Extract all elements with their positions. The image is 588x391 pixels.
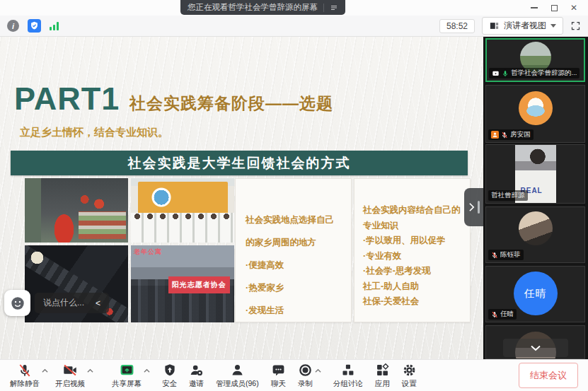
collapse-left-icon[interactable]: < [96, 298, 100, 308]
card-heading: 社会实践内容结合自己的专业知识 [363, 203, 463, 233]
settings-button[interactable]: 设置 [402, 363, 417, 389]
view-mode-button[interactable]: 演讲者视图 [482, 17, 563, 35]
list-icon[interactable] [330, 4, 338, 12]
gear-icon [402, 363, 417, 378]
maximize-button[interactable] [544, 0, 564, 16]
photo-medical-oath [131, 178, 234, 243]
participant-name: 哲学社会学曾辞源的... [511, 69, 577, 78]
share-options-chevron[interactable] [144, 368, 150, 383]
meeting-timer: 58:52 [439, 19, 475, 33]
photo-sign-text: 老年公寓 [134, 247, 162, 257]
end-meeting-button[interactable]: 结束会议 [519, 363, 578, 388]
card-bullet: ·热爱家乡 [246, 276, 342, 299]
meeting-info-icon[interactable]: i [7, 20, 19, 32]
chat-button[interactable]: 聊天 [271, 363, 286, 389]
avatar: 任晴 [514, 272, 558, 315]
card-bullet: ·便捷高效 [246, 254, 342, 276]
avatar [519, 211, 553, 245]
watching-banner: 您正在观看哲学社会学曾辞源的屏幕 [180, 0, 345, 15]
meeting-topbar: i 58:52 演讲者视图 [0, 16, 588, 37]
avatar [519, 91, 553, 125]
record-button[interactable]: 录制 [298, 363, 313, 389]
chevron-down-icon [530, 345, 541, 351]
camera-slash-icon [62, 363, 78, 378]
card-heading: 社会实践地点选择自己的家乡周围的地方 [246, 209, 342, 254]
scroll-down-indicator[interactable] [503, 339, 568, 357]
apps-icon [375, 363, 390, 378]
participant-name: 任晴 [500, 310, 514, 319]
mic-slash-icon [18, 363, 32, 378]
photo-banner-text: 阳光志愿者协会 [168, 276, 231, 293]
security-shield-icon[interactable] [28, 19, 41, 33]
breakout-button[interactable]: 分组讨论 [333, 363, 363, 389]
mic-off-icon [501, 132, 508, 139]
drag-bar-icon [478, 201, 480, 214]
layout-icon [489, 21, 500, 31]
screen-sharing-icon [492, 70, 500, 77]
chat-bubble-icon [271, 363, 286, 378]
minimize-icon [531, 7, 538, 8]
participant-tile[interactable]: REAL 哲社曾辞源 [485, 144, 585, 204]
bottom-toolbar: 解除静音 开启视频 共享屏幕 安全 [0, 359, 588, 391]
mic-off-icon [491, 252, 498, 259]
divider [323, 4, 324, 12]
card-bullet: ·发现生活 [246, 299, 342, 322]
fullscreen-button[interactable] [570, 21, 581, 31]
record-icon [298, 363, 313, 378]
slide-subtitle: 立足乡土情怀，结合专业知识。 [20, 126, 168, 139]
members-button[interactable]: 管理成员(96) [216, 363, 259, 389]
card-bullet: 社保-关爱社会 [363, 294, 463, 310]
mic-on-icon [502, 70, 509, 77]
panel-expand-tab[interactable] [464, 188, 483, 226]
window-titlebar: 您正在观看哲学社会学曾辞源的屏幕 ✕ [0, 0, 588, 16]
participants-sidebar: 哲学社会学曾辞源的... 房安国 REAL [483, 37, 588, 359]
close-icon: ✕ [570, 4, 577, 12]
participant-name: 陈钰菲 [500, 250, 521, 259]
mute-button[interactable]: 解除静音 [10, 363, 40, 389]
card-bullet: ·专业有效 [363, 249, 463, 264]
participant-tile[interactable]: 任晴 任晴 [485, 266, 585, 322]
card-bullet: ·社会学-思考发现 [363, 264, 463, 279]
watching-banner-text: 您正在观看哲学社会学曾辞源的屏幕 [188, 2, 318, 13]
fullscreen-icon [570, 21, 581, 31]
card-bullet: 社工-助人自助 [363, 279, 463, 295]
chevron-down-icon [550, 24, 556, 28]
close-button[interactable]: ✕ [564, 0, 584, 16]
record-options-chevron[interactable] [315, 368, 321, 383]
mic-off-icon [491, 311, 498, 318]
chat-placeholder: 说点什么... [43, 297, 84, 309]
participant-tile[interactable]: 哲学社会学曾辞源的... [485, 38, 585, 82]
info-card-location: 社会实践地点选择自己的家乡周围的地方 ·便捷高效 ·热爱家乡 ·发现生活 [235, 178, 352, 322]
shared-screen-slide: PART1 社会实践筹备阶段——选题 立足乡土情怀，结合专业知识。 社会实践是大… [0, 37, 483, 359]
invite-button[interactable]: 邀请 [189, 363, 204, 389]
slide-banner: 社会实践是大学生回馈社会的方式 [11, 151, 468, 175]
view-mode-label: 演讲者视图 [504, 20, 546, 32]
chat-input-pill[interactable]: 说点什么... < [35, 293, 109, 313]
emoji-button[interactable] [4, 290, 30, 316]
security-button[interactable]: 安全 [162, 363, 177, 389]
participant-tile[interactable]: 陈钰菲 [485, 206, 585, 263]
slide-title: 社会实践筹备阶段——选题 [129, 93, 333, 115]
smiley-icon [10, 296, 25, 311]
camera-button[interactable]: 开启视频 [55, 363, 85, 389]
apps-button[interactable]: 应用 [375, 363, 390, 389]
part-label: PART1 [14, 81, 120, 117]
shield-icon [163, 363, 177, 378]
minimize-button[interactable] [524, 0, 544, 16]
mic-options-chevron[interactable] [42, 368, 48, 383]
photo-volunteer-group: 老年公寓 阳光志愿者协会 [131, 245, 234, 322]
photo-truck-volunteers [25, 178, 128, 243]
members-icon [230, 363, 245, 378]
host-icon [491, 131, 499, 139]
camera-options-chevron[interactable] [87, 368, 93, 383]
participant-tile[interactable] [485, 325, 585, 359]
card-bullet: ·学以致用、用以促学 [363, 233, 463, 249]
quick-chat-overlay: 说点什么... < [4, 290, 109, 316]
invite-person-icon [189, 363, 204, 378]
network-signal-icon[interactable] [50, 22, 59, 30]
chevron-right-icon [468, 202, 475, 212]
share-screen-icon [120, 363, 134, 378]
participant-tile[interactable]: 房安国 [485, 85, 585, 143]
share-screen-button[interactable]: 共享屏幕 [112, 363, 142, 389]
info-card-major: 社会实践内容结合自己的专业知识 ·学以致用、用以促学 ·专业有效 ·社会学-思考… [354, 178, 471, 322]
